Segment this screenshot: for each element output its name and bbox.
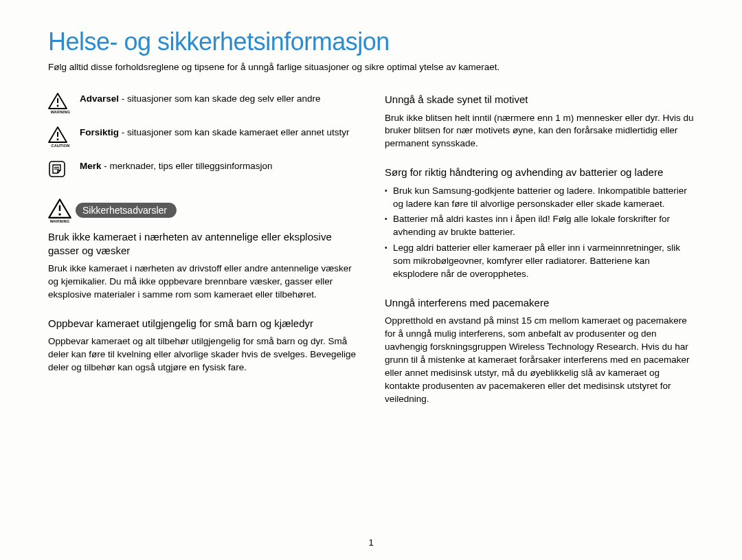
left-sec1-title: Bruk ikke kameraet i nærheten av antenne…: [48, 230, 357, 257]
legend-caution-text: Forsiktig - situasjoner som kan skade ka…: [80, 126, 349, 139]
warning-sublabel: WARNING: [48, 110, 73, 114]
safety-warnings-pill: Sikkerhetsadvarsler: [76, 203, 177, 218]
caution-sublabel: CAUTION: [48, 144, 73, 148]
safety-sublabel: WARNING: [48, 219, 71, 223]
caution-triangle-icon: [48, 126, 73, 143]
left-sec1-body: Bruk ikke kameraet i nærheten av drivsto…: [48, 262, 357, 302]
intro-text: Følg alltid disse forholdsreglene og tip…: [48, 62, 694, 72]
page-number: 1: [368, 537, 373, 548]
legend-note-text: Merk - merknader, tips eller tilleggsinf…: [80, 160, 273, 172]
svg-point-11: [58, 213, 60, 215]
list-item: Batterier må aldri kastes inn i åpen ild…: [385, 213, 694, 239]
warning-triangle-icon: [48, 199, 71, 219]
svg-point-2: [57, 105, 59, 107]
legend-caution: CAUTION Forsiktig - situasjoner som kan …: [48, 126, 357, 148]
left-sec2-body: Oppbevar kameraet og alt tilbehør utilgj…: [48, 335, 357, 374]
list-item: Legg aldri batterier eller kameraer på e…: [385, 242, 694, 281]
left-sec2-title: Oppbevar kameraet utilgjengelig for små …: [48, 317, 357, 331]
svg-point-5: [57, 139, 59, 141]
two-column-layout: WARNING Advarsel - situasjoner som kan s…: [48, 93, 694, 421]
left-column: WARNING Advarsel - situasjoner som kan s…: [48, 93, 357, 421]
page-title: Helse- og sikkerhetsinformasjon: [48, 27, 694, 56]
safety-warnings-header: WARNING Sikkerhetsadvarsler: [48, 199, 357, 223]
right-sec2-title: Sørg for riktig håndtering og avhending …: [385, 166, 694, 179]
right-sec1-title: Unngå å skade synet til motivet: [385, 93, 694, 107]
legend-warning: WARNING Advarsel - situasjoner som kan s…: [48, 93, 357, 114]
legend-warning-text: Advarsel - situasjoner som kan skade deg…: [80, 93, 320, 105]
right-sec3-title: Unngå interferens med pacemakere: [385, 296, 694, 310]
list-item: Bruk kun Samsung-godkjente batterier og …: [385, 185, 694, 211]
right-column: Unngå å skade synet til motivet Bruk ikk…: [385, 93, 694, 421]
warning-triangle-icon: [48, 93, 73, 109]
right-sec1-body: Bruk ikke blitsen helt inntil (nærmere e…: [385, 112, 694, 151]
legend-note: Merk - merknader, tips eller tilleggsinf…: [48, 160, 357, 178]
right-sec2-bullets: Bruk kun Samsung-godkjente batterier og …: [385, 185, 694, 281]
right-sec3-body: Oppretthold en avstand på minst 15 cm me…: [385, 315, 694, 405]
note-icon: [48, 160, 73, 178]
